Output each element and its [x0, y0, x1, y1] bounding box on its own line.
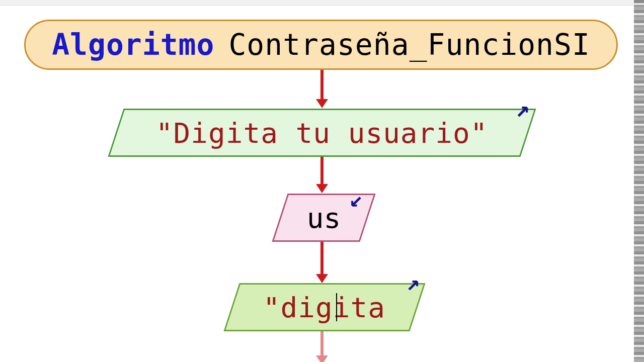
output-block-2[interactable]: "digita [223, 283, 425, 331]
start-terminator[interactable]: Algoritmo Contraseña_FuncionSI [24, 20, 618, 70]
output-text-1: "Digita tu usuario" [156, 117, 488, 149]
input-text-1: us [307, 202, 341, 234]
output-block-1[interactable]: "Digita tu usuario" [108, 109, 536, 157]
flowchart-canvas: Algoritmo Contraseña_FuncionSI "Digita t… [0, 6, 634, 362]
output-text-2: "digita [263, 291, 385, 324]
algorithm-name: Contraseña_FuncionSI [228, 28, 590, 62]
toolbar [0, 0, 644, 6]
keyword-algoritmo: Algoritmo [52, 28, 214, 62]
window-edge-decor [634, 0, 644, 362]
input-io-icon: ↙ [350, 186, 363, 211]
text-cursor [336, 293, 337, 321]
output-io-icon: ↗ [516, 95, 530, 122]
output-io-icon-2: ↗ [407, 269, 420, 295]
